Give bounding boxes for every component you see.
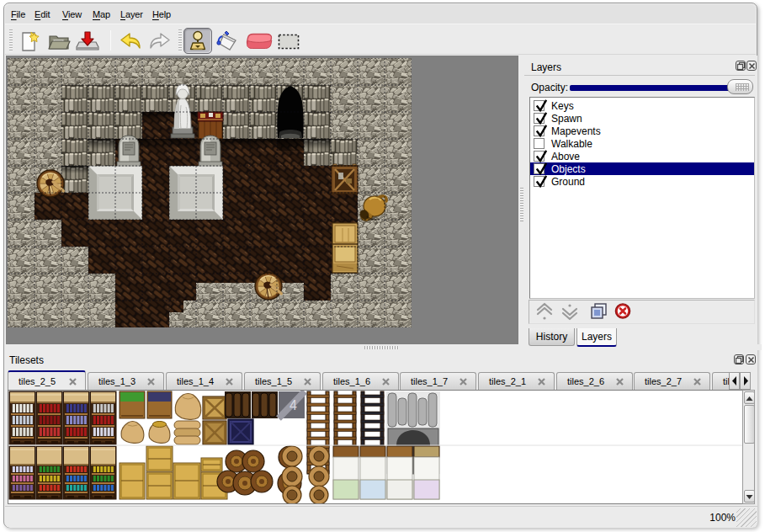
svg-text:4: 4: [290, 398, 297, 412]
